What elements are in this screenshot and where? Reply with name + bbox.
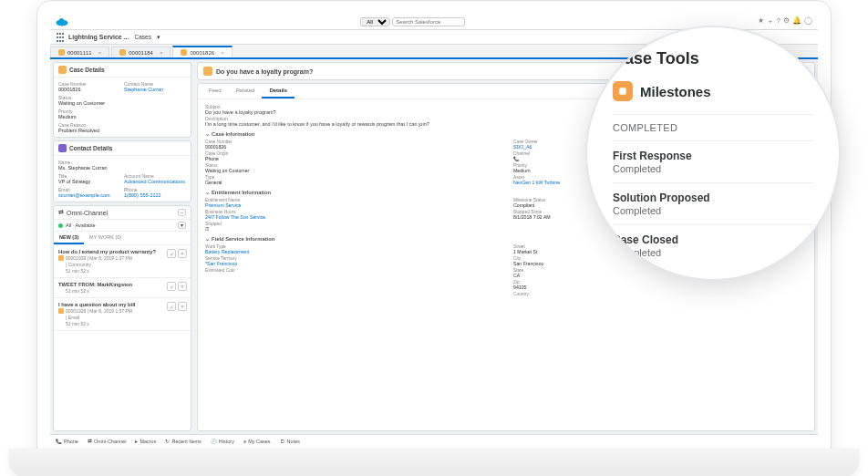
- chevron-down-icon[interactable]: ⌄: [205, 236, 210, 242]
- territory-link[interactable]: *San Francisco: [205, 261, 499, 266]
- tab-00001826[interactable]: 00001826×: [172, 46, 232, 57]
- util-macros[interactable]: ▸Macros: [135, 439, 156, 444]
- status-indicator-icon: [58, 223, 63, 228]
- omni-icon: ⇄: [88, 439, 92, 444]
- case-icon: [58, 308, 64, 314]
- help-icon[interactable]: ?: [777, 16, 780, 26]
- global-search: All: [360, 17, 465, 26]
- contact-details-card: Contact Details NameMs. Stephanie Curran…: [53, 140, 191, 202]
- util-omni[interactable]: ⇄Omni-Channel: [88, 439, 126, 444]
- milestone-status: Completed: [613, 205, 813, 216]
- tab-my-work[interactable]: MY WORK (0): [84, 232, 127, 244]
- salesforce-logo-icon: [56, 17, 68, 26]
- list-icon: ≡: [243, 439, 246, 444]
- clock-icon: ↻: [165, 439, 170, 444]
- header-icons: ★ ＋ ? ⚙ 🔔 ◯: [758, 16, 812, 26]
- add-icon[interactable]: ＋: [767, 16, 774, 26]
- util-phone[interactable]: 📞Phone: [56, 439, 78, 444]
- app-name: Lightning Service ...: [68, 34, 129, 40]
- omni-channel-panel: ⇄Omni-Channel– All · Available▾ NEW (3) …: [53, 205, 191, 431]
- tab-details[interactable]: Details: [262, 84, 294, 98]
- search-scope-select[interactable]: All: [360, 17, 390, 26]
- tab-00001111[interactable]: 00001111×: [50, 47, 109, 57]
- work-item[interactable]: I have a question about my bill00001928 …: [54, 298, 191, 331]
- case-details-card: Case Details Case Number00001826 Contact…: [53, 62, 191, 138]
- card-title: Contact Details: [69, 145, 112, 151]
- case-icon: [58, 66, 67, 74]
- case-icon: [58, 49, 65, 56]
- svg-rect-0: [619, 88, 626, 95]
- milestone-status: Completed: [613, 163, 813, 174]
- close-icon[interactable]: ×: [98, 50, 102, 56]
- accept-button[interactable]: ✓: [167, 282, 176, 291]
- tab-00001184[interactable]: 00001184×: [111, 47, 170, 57]
- accept-button[interactable]: ✓: [167, 249, 176, 258]
- phone-link[interactable]: 1(800) 555-2122: [124, 192, 186, 198]
- case-icon: [203, 67, 212, 76]
- omni-icon: ⇄: [58, 209, 64, 216]
- contact-link[interactable]: Stephanie Curran: [124, 87, 186, 92]
- milestone-name: Solution Proposed: [613, 191, 813, 204]
- tab-related[interactable]: Related: [229, 84, 263, 98]
- util-mycases[interactable]: ≡My Cases: [243, 439, 271, 444]
- nav-item-cases[interactable]: Cases: [135, 34, 151, 40]
- decline-button[interactable]: ×: [178, 302, 187, 311]
- notification-icon[interactable]: 🔔: [792, 16, 801, 26]
- favorite-icon[interactable]: ★: [758, 16, 764, 26]
- minimize-button[interactable]: –: [178, 209, 186, 216]
- case-icon: [119, 49, 126, 56]
- entitlement-link[interactable]: Premium Service: [205, 202, 499, 208]
- chevron-down-icon[interactable]: ⌄: [205, 190, 210, 195]
- close-icon[interactable]: ×: [221, 50, 224, 56]
- completed-label: COMPLETED: [613, 114, 813, 140]
- decline-button[interactable]: ×: [178, 282, 187, 291]
- macros-icon: ▸: [135, 439, 138, 444]
- accept-button[interactable]: ✓: [167, 302, 176, 311]
- util-history[interactable]: 🕘History: [211, 439, 234, 444]
- milestone-row: Solution ProposedCompleted: [613, 182, 813, 224]
- phone-icon: 📞: [56, 439, 62, 444]
- contact-icon: [58, 144, 67, 152]
- status-dropdown[interactable]: ▾: [178, 222, 186, 229]
- work-type-link[interactable]: Battery Replacement: [205, 249, 499, 254]
- tab-new[interactable]: NEW (3): [54, 232, 84, 244]
- milestones-icon: [613, 81, 633, 101]
- util-notes[interactable]: 🗒Notes: [280, 439, 300, 444]
- history-icon: 🕘: [211, 439, 217, 444]
- chevron-down-icon[interactable]: ▾: [157, 34, 160, 41]
- milestones-header: Milestones: [613, 81, 813, 101]
- milestone-name: Case Closed: [613, 233, 813, 246]
- chevron-down-icon[interactable]: ⌄: [205, 131, 210, 137]
- work-list: How do I extend my product warranty?0000…: [54, 245, 191, 331]
- account-link[interactable]: Advanced Communications: [124, 179, 186, 184]
- milestone-name: First Response: [613, 150, 813, 162]
- work-item[interactable]: How do I extend my product warranty?0000…: [54, 245, 191, 278]
- case-icon: [181, 49, 187, 56]
- case-tools-title: Case Tools: [613, 49, 813, 68]
- search-input[interactable]: [392, 17, 465, 26]
- work-item[interactable]: TWEET FROM: MarkKingston51 min 52 s✓×: [54, 278, 191, 298]
- utility-bar: 📞Phone ⇄Omni-Channel ▸Macros ↻Recent Ite…: [50, 434, 818, 447]
- panel-title: Omni-Channel: [67, 210, 108, 216]
- tab-feed[interactable]: Feed: [202, 84, 229, 98]
- close-icon[interactable]: ×: [160, 50, 163, 56]
- setup-icon[interactable]: ⚙: [783, 16, 790, 26]
- case-icon: [58, 255, 64, 261]
- notes-icon: 🗒: [280, 439, 285, 444]
- email-link[interactable]: scurran@example.com: [58, 192, 120, 198]
- avatar-icon[interactable]: ◯: [804, 16, 812, 26]
- milestone-row: First ResponseCompleted: [613, 140, 813, 182]
- milestone-status: Completed: [613, 247, 813, 258]
- decline-button[interactable]: ×: [178, 249, 187, 258]
- app-launcher-icon[interactable]: [56, 32, 63, 42]
- util-recent[interactable]: ↻Recent Items: [165, 439, 201, 444]
- status-text: All · Available: [66, 222, 96, 228]
- record-title: Do you have a loyalty program?: [216, 68, 313, 75]
- business-hours-link[interactable]: 24/7 Follow The Sun Service: [205, 214, 499, 220]
- zoom-magnifier: Case Tools Milestones COMPLETED First Re…: [585, 26, 841, 281]
- card-title: Case Details: [69, 67, 105, 73]
